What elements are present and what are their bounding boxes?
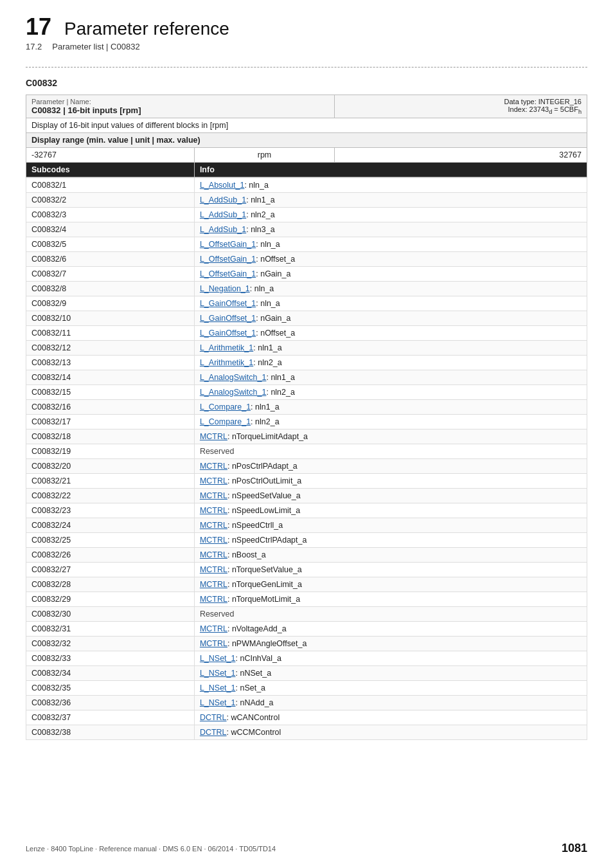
l-link[interactable]: L_Negation_1 bbox=[200, 284, 250, 293]
mctrl-link[interactable]: MCTRL bbox=[200, 580, 227, 589]
l-link[interactable]: L_Compare_1 bbox=[200, 417, 251, 426]
subcode-info[interactable]: DCTRL: wCANControl bbox=[194, 710, 587, 725]
l-link[interactable]: L_GainOffset_1 bbox=[200, 299, 256, 308]
l-link[interactable]: L_AddSub_1 bbox=[200, 225, 246, 234]
mctrl-link[interactable]: MCTRL bbox=[200, 432, 227, 441]
mctrl-link[interactable]: MCTRL bbox=[200, 536, 227, 545]
range-unit: rpm bbox=[194, 148, 334, 163]
table-row: C00832/8L_Negation_1: nln_a bbox=[26, 282, 587, 296]
mctrl-link[interactable]: MCTRL bbox=[200, 491, 227, 500]
subcode-code: C00832/11 bbox=[26, 326, 195, 341]
info-suffix: : nOffset_a bbox=[256, 329, 295, 338]
subcode-info[interactable]: MCTRL: nBoost_a bbox=[194, 548, 587, 563]
subcode-info[interactable]: L_OffsetGain_1: nOffset_a bbox=[194, 252, 587, 267]
mctrl-link[interactable]: MCTRL bbox=[200, 550, 227, 559]
subcode-info[interactable]: MCTRL: nSpeedCtrlPAdapt_a bbox=[194, 533, 587, 548]
l-link[interactable]: L_AddSub_1 bbox=[200, 195, 246, 204]
l-link[interactable]: L_GainOffset_1 bbox=[200, 314, 256, 323]
subcode-code: C00832/5 bbox=[26, 237, 195, 252]
subcode-info[interactable]: MCTRL: nVoltageAdd_a bbox=[194, 622, 587, 637]
info-suffix: : nVoltageAdd_a bbox=[227, 624, 287, 633]
subcode-info[interactable]: L_NSet_1: nCInhVal_a bbox=[194, 651, 587, 666]
param-header-row: Parameter | Name: C00832 | 16-bit inputs… bbox=[26, 95, 587, 118]
l-link[interactable]: L_OffsetGain_1 bbox=[200, 240, 256, 249]
info-suffix: : nTorqueMotLimit_a bbox=[227, 595, 300, 604]
subcode-info[interactable]: L_Arithmetik_1: nln1_a bbox=[194, 341, 587, 356]
subcode-info[interactable]: L_NSet_1: nSet_a bbox=[194, 681, 587, 696]
mctrl-link[interactable]: MCTRL bbox=[200, 476, 227, 485]
subcode-info[interactable]: MCTRL: nSpeedLowLimit_a bbox=[194, 503, 587, 518]
subcode-info[interactable]: L_AddSub_1: nln3_a bbox=[194, 222, 587, 237]
info-suffix: : nln_a bbox=[256, 240, 280, 249]
subcode-code: C00832/4 bbox=[26, 222, 195, 237]
subcode-info[interactable]: MCTRL: nTorqueGenLimit_a bbox=[194, 577, 587, 592]
page-header: 17 Parameter reference 17.2 Parameter li… bbox=[0, 0, 613, 57]
subcode-info[interactable]: MCTRL: nSpeedSetValue_a bbox=[194, 489, 587, 503]
subcode-info[interactable]: MCTRL: nSpeedCtrll_a bbox=[194, 518, 587, 533]
l-link[interactable]: L_NSet_1 bbox=[200, 683, 236, 692]
subcode-info[interactable]: L_Compare_1: nln1_a bbox=[194, 400, 587, 415]
l-link[interactable]: L_NSet_1 bbox=[200, 698, 236, 707]
subcode-info[interactable]: L_AddSub_1: nln2_a bbox=[194, 208, 587, 222]
info-suffix: : nln_a bbox=[256, 299, 280, 308]
mctrl-link[interactable]: MCTRL bbox=[200, 521, 227, 530]
l-link[interactable]: L_OffsetGain_1 bbox=[200, 269, 256, 278]
l-link[interactable]: L_AnalogSwitch_1 bbox=[200, 373, 267, 382]
dctrl-link[interactable]: DCTRL bbox=[200, 728, 227, 737]
subcode-info[interactable]: L_Negation_1: nln_a bbox=[194, 282, 587, 296]
subcode-info[interactable]: MCTRL: nPosCtrlPAdapt_a bbox=[194, 459, 587, 474]
l-link[interactable]: L_NSet_1 bbox=[200, 654, 236, 663]
subcode-info[interactable]: L_OffsetGain_1: nln_a bbox=[194, 237, 587, 252]
subcode-info[interactable]: Reserved bbox=[194, 444, 587, 459]
mctrl-link[interactable]: MCTRL bbox=[200, 462, 227, 471]
l-link[interactable]: L_Absolut_1 bbox=[200, 181, 245, 190]
subcode-info[interactable]: L_GainOffset_1: nGain_a bbox=[194, 311, 587, 326]
l-link[interactable]: L_Compare_1 bbox=[200, 402, 251, 411]
subcode-code: C00832/24 bbox=[26, 518, 195, 533]
subcode-info[interactable]: L_Arithmetik_1: nln2_a bbox=[194, 356, 587, 370]
l-link[interactable]: L_AddSub_1 bbox=[200, 210, 246, 219]
mctrl-link[interactable]: MCTRL bbox=[200, 639, 227, 648]
subcode-info[interactable]: L_NSet_1: nNAdd_a bbox=[194, 696, 587, 710]
subcode-info[interactable]: L_AnalogSwitch_1: nln2_a bbox=[194, 385, 587, 400]
table-row: C00832/32MCTRL: nPWMAngleOffset_a bbox=[26, 637, 587, 651]
l-link[interactable]: L_Arithmetik_1 bbox=[200, 358, 253, 367]
info-suffix: : nln_a bbox=[244, 181, 269, 190]
info-suffix: : nGain_a bbox=[256, 314, 290, 323]
l-link[interactable]: L_OffsetGain_1 bbox=[200, 255, 256, 264]
subcode-info[interactable]: MCTRL: nTorqueSetValue_a bbox=[194, 563, 587, 577]
subcode-info[interactable]: L_Compare_1: nln2_a bbox=[194, 415, 587, 429]
subcode-info[interactable]: L_AnalogSwitch_1: nln1_a bbox=[194, 370, 587, 385]
subcode-info[interactable]: Reserved bbox=[194, 607, 587, 622]
mctrl-link[interactable]: MCTRL bbox=[200, 624, 227, 633]
subcode-info[interactable]: L_NSet_1: nNSet_a bbox=[194, 666, 587, 681]
mctrl-link[interactable]: MCTRL bbox=[200, 565, 227, 574]
subcode-info[interactable]: L_GainOffset_1: nOffset_a bbox=[194, 326, 587, 341]
content-area: C00832 Parameter | Name: C00832 | 16-bit… bbox=[0, 78, 613, 766]
subcode-info[interactable]: MCTRL: nTorqueMotLimit_a bbox=[194, 592, 587, 607]
mctrl-link[interactable]: MCTRL bbox=[200, 506, 227, 515]
subcode-info[interactable]: L_Absolut_1: nln_a bbox=[194, 178, 587, 193]
subcode-info[interactable]: L_OffsetGain_1: nGain_a bbox=[194, 267, 587, 282]
subcode-info[interactable]: L_GainOffset_1: nln_a bbox=[194, 296, 587, 311]
subcode-code: C00832/27 bbox=[26, 563, 195, 577]
subcode-code: C00832/32 bbox=[26, 637, 195, 651]
mctrl-link[interactable]: MCTRL bbox=[200, 595, 227, 604]
description-cell: Display of 16-bit input values of differ… bbox=[26, 118, 587, 133]
l-link[interactable]: L_AnalogSwitch_1 bbox=[200, 388, 267, 397]
subcode-info[interactable]: MCTRL: nTorqueLimitAdapt_a bbox=[194, 429, 587, 444]
subcode-info[interactable]: L_AddSub_1: nln1_a bbox=[194, 193, 587, 208]
subcode-info[interactable]: MCTRL: nPosCtrlOutLimit_a bbox=[194, 474, 587, 489]
footer-page-number: 1081 bbox=[562, 842, 587, 855]
table-row: C00832/23MCTRL: nSpeedLowLimit_a bbox=[26, 503, 587, 518]
subcode-info[interactable]: MCTRL: nPWMAngleOffset_a bbox=[194, 637, 587, 651]
subcode-code: C00832/13 bbox=[26, 356, 195, 370]
dctrl-link[interactable]: DCTRL bbox=[200, 713, 227, 722]
subcode-code: C00832/14 bbox=[26, 370, 195, 385]
l-link[interactable]: L_NSet_1 bbox=[200, 669, 236, 678]
l-link[interactable]: L_Arithmetik_1 bbox=[200, 343, 253, 352]
subcode-info[interactable]: DCTRL: wCCMControl bbox=[194, 725, 587, 740]
subcode-code: C00832/30 bbox=[26, 607, 195, 622]
l-link[interactable]: L_GainOffset_1 bbox=[200, 329, 256, 338]
subcode-code: C00832/22 bbox=[26, 489, 195, 503]
